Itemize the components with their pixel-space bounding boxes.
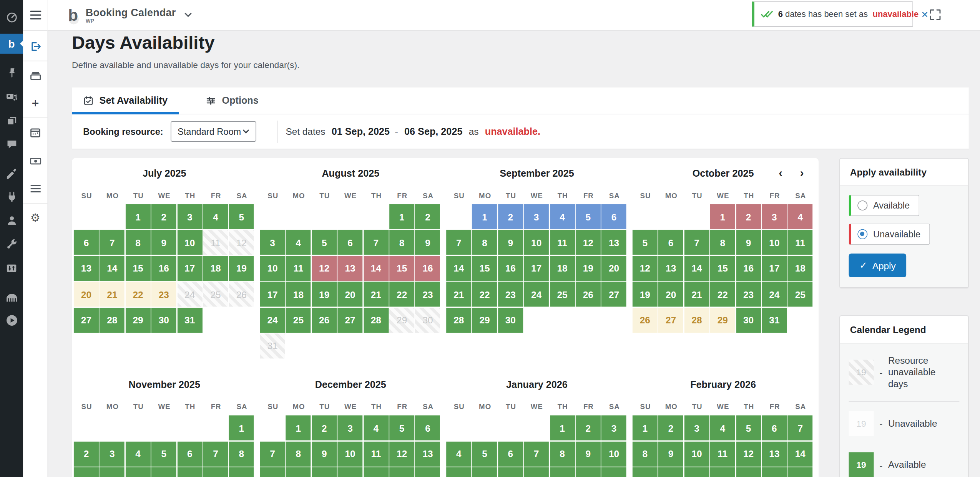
day-cell-unavailable[interactable]: 3 [762,204,787,229]
day-cell-available[interactable]: 11 [286,256,311,281]
day-cell-available[interactable]: 9 [576,441,601,466]
day-cell-available[interactable]: 22 [472,282,497,307]
day-cell-available[interactable]: 18 [788,256,813,281]
day-cell-available[interactable]: 8 [550,441,575,466]
day-cell-available[interactable]: 12 [151,467,176,477]
plugins-icon[interactable] [0,187,23,206]
day-cell-available[interactable]: 14 [260,467,285,477]
day-cell-available[interactable]: 21 [684,282,709,307]
day-cell-available[interactable]: 9 [498,230,523,255]
day-cell-available[interactable]: 16 [312,467,337,477]
day-cell-available[interactable]: 31 [177,308,202,333]
day-cell-available[interactable]: 10 [177,230,202,255]
day-cell-available[interactable]: 17 [601,467,626,477]
fullscreen-icon[interactable] [929,8,942,21]
day-cell-available[interactable]: 3 [601,416,626,441]
prev-month-button[interactable]: ‹ [775,166,786,181]
day-cell-available[interactable]: 16 [658,467,683,477]
day-cell-available[interactable]: 19 [736,467,761,477]
day-cell-available[interactable]: 21 [364,282,389,307]
day-cell-available[interactable]: 3 [684,416,709,441]
day-cell-available[interactable]: 19 [229,256,254,281]
day-cell-selected[interactable]: 4 [550,204,575,229]
day-cell-available[interactable]: 4 [203,204,228,229]
day-cell-available[interactable]: 11 [126,467,151,477]
day-cell-available[interactable]: 13 [74,256,99,281]
day-cell-available[interactable]: 18 [286,282,311,307]
day-cell-available[interactable]: 30 [498,308,523,333]
day-cell-available[interactable]: 3 [337,416,362,441]
day-cell-available[interactable]: 5 [736,416,761,441]
day-cell-available[interactable]: 9 [151,230,176,255]
available-option[interactable]: Available [849,195,919,216]
day-cell-available[interactable]: 27 [74,308,99,333]
day-cell-available[interactable]: 3 [260,230,285,255]
bookings-archive-icon[interactable] [23,66,47,85]
day-cell-resource_unavailable[interactable]: 12 [229,230,254,255]
tab-options[interactable]: Options [194,88,270,114]
day-cell-available[interactable]: 12 [389,441,414,466]
day-cell-available[interactable]: 13 [177,467,202,477]
appearance-brush-icon[interactable] [0,164,23,182]
day-cell-available[interactable]: 1 [633,416,658,441]
day-cell-available[interactable]: 5 [151,441,176,466]
day-cell-available[interactable]: 12 [736,441,761,466]
day-cell-available[interactable]: 18 [364,467,389,477]
day-cell-available[interactable]: 11 [446,467,471,477]
day-cell-selected[interactable]: 1 [472,204,497,229]
day-cell-available[interactable]: 8 [472,230,497,255]
day-cell-available[interactable]: 27 [601,282,626,307]
day-cell-resource_unavailable[interactable]: 25 [203,282,228,307]
day-cell-available[interactable]: 18 [550,256,575,281]
apply-button[interactable]: ✓ Apply [849,253,907,277]
day-cell-available[interactable]: 25 [286,308,311,333]
day-cell-available[interactable]: 10 [601,441,626,466]
day-cell-resource_unavailable[interactable]: 24 [177,282,202,307]
day-cell-available[interactable]: 12 [472,467,497,477]
posts-pin-icon[interactable] [0,64,23,83]
day-cell-available[interactable]: 8 [633,441,658,466]
day-cell-available[interactable]: 13 [415,441,440,466]
day-cell-available[interactable]: 2 [74,441,99,466]
day-cell-selected[interactable]: 5 [576,204,601,229]
day-cell-available[interactable]: 1 [286,416,311,441]
users-icon[interactable] [0,211,23,230]
day-cell-available[interactable]: 2 [312,416,337,441]
tab-set-availability[interactable]: Set Availability [72,88,179,114]
day-cell-available[interactable]: 19 [576,256,601,281]
day-cell-available[interactable]: 15 [126,256,151,281]
day-cell-pending[interactable]: 21 [100,282,125,307]
day-cell-available[interactable]: 11 [364,441,389,466]
day-cell-available[interactable]: 23 [736,282,761,307]
day-cell-available[interactable]: 10 [524,230,549,255]
day-cell-available[interactable]: 9 [312,441,337,466]
day-cell-available[interactable]: 5 [312,230,337,255]
pages-icon[interactable] [0,111,23,130]
day-cell-available[interactable]: 24 [260,308,285,333]
available-radio[interactable] [857,200,867,210]
day-cell-available[interactable]: 9 [415,230,440,255]
menu-lines-icon[interactable] [23,179,47,198]
day-cell-pending[interactable]: 28 [684,308,709,333]
unavailable-radio[interactable] [857,229,867,239]
day-cell-available[interactable]: 14 [446,256,471,281]
day-cell-available[interactable]: 28 [100,308,125,333]
day-cell-pending[interactable]: 22 [126,282,151,307]
day-cell-available[interactable]: 20 [658,282,683,307]
day-cell-pending[interactable]: 29 [710,308,735,333]
day-cell-available[interactable]: 14 [524,467,549,477]
day-cell-available[interactable]: 18 [203,256,228,281]
tools-wrench-icon[interactable] [0,235,23,253]
day-cell-available[interactable]: 1 [126,204,151,229]
day-cell-available[interactable]: 4 [446,441,471,466]
day-cell-available[interactable]: 28 [446,308,471,333]
day-cell-available[interactable]: 19 [389,467,414,477]
exit-setup-icon[interactable] [23,37,47,56]
day-cell-unavailable[interactable]: 14 [364,256,389,281]
day-cell-available[interactable]: 20 [337,282,362,307]
day-cell-available[interactable]: 30 [151,308,176,333]
day-cell-resource_unavailable[interactable]: 30 [415,308,440,333]
day-cell-unavailable[interactable]: 12 [312,256,337,281]
day-cell-available[interactable]: 21 [788,467,813,477]
day-cell-available[interactable]: 20 [415,467,440,477]
